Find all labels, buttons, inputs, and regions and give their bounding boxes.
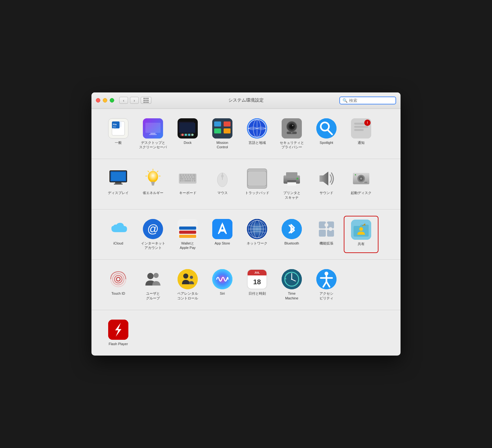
minimize-button[interactable] bbox=[103, 98, 107, 103]
item-dock[interactable]: Dock bbox=[170, 115, 205, 153]
item-flash[interactable]: Flash Player bbox=[101, 316, 136, 349]
svg-point-115 bbox=[329, 227, 332, 231]
forward-button[interactable]: › bbox=[130, 97, 139, 104]
search-input[interactable] bbox=[349, 98, 393, 103]
svg-point-125 bbox=[183, 274, 188, 279]
item-users[interactable]: ユーザとグループ bbox=[136, 266, 170, 304]
mouse-label: マウス bbox=[217, 191, 228, 195]
svg-rect-41 bbox=[354, 126, 368, 128]
parental-icon bbox=[178, 269, 198, 289]
item-startup[interactable]: 起動ディスク bbox=[344, 165, 378, 203]
svg-rect-77 bbox=[192, 178, 196, 180]
appstore-icon: A bbox=[212, 219, 232, 239]
back-button[interactable]: ‹ bbox=[119, 97, 128, 104]
svg-rect-64 bbox=[187, 174, 189, 176]
svg-rect-8 bbox=[150, 133, 155, 134]
svg-rect-66 bbox=[192, 174, 196, 176]
svg-rect-72 bbox=[193, 176, 196, 178]
item-appstore[interactable]: A App Store bbox=[205, 216, 240, 253]
extensions-label: 機能拡張 bbox=[319, 241, 333, 245]
svg-rect-65 bbox=[190, 174, 192, 176]
svg-point-121 bbox=[116, 277, 120, 281]
keyboard-label: キーボード bbox=[179, 191, 196, 195]
sound-icon bbox=[316, 168, 337, 189]
item-datetime[interactable]: JUL 18 日付と時刻 bbox=[240, 266, 274, 304]
item-display[interactable]: ディスプレイ bbox=[101, 165, 136, 203]
item-energy[interactable]: 省エネルギー bbox=[136, 165, 170, 203]
svg-line-56 bbox=[157, 171, 158, 172]
item-extensions[interactable]: 機能拡張 bbox=[309, 216, 344, 253]
section-internet: iCloud @ インターネットアカウント bbox=[91, 209, 401, 260]
item-trackpad[interactable]: トラックパッド bbox=[240, 165, 274, 203]
svg-rect-79 bbox=[182, 180, 184, 181]
svg-point-120 bbox=[114, 275, 122, 283]
svg-rect-63 bbox=[185, 174, 187, 176]
svg-rect-62 bbox=[182, 174, 184, 176]
svg-rect-7 bbox=[145, 123, 161, 133]
datetime-label: 日付と時刻 bbox=[249, 291, 266, 296]
personal-grid: File New One 一般 bbox=[101, 115, 391, 153]
timemachine-icon bbox=[282, 269, 302, 289]
item-icloud[interactable]: iCloud bbox=[101, 216, 136, 253]
content: File New One 一般 bbox=[91, 109, 401, 356]
svg-point-117 bbox=[359, 227, 363, 231]
item-timemachine[interactable]: TimeMachine bbox=[274, 266, 309, 304]
item-internet[interactable]: @ インターネットアカウント bbox=[136, 216, 170, 253]
svg-rect-53 bbox=[151, 183, 155, 184]
mouse-icon bbox=[212, 168, 232, 189]
dock-icon bbox=[178, 118, 198, 139]
svg-rect-92 bbox=[287, 182, 296, 186]
item-sound[interactable]: サウンド bbox=[309, 165, 344, 203]
item-touchid[interactable]: Touch ID bbox=[101, 266, 136, 304]
svg-rect-9 bbox=[149, 134, 157, 135]
hardware-grid: ディスプレイ bbox=[101, 165, 391, 203]
touchid-label: Touch ID bbox=[111, 291, 125, 296]
network-icon bbox=[247, 219, 267, 239]
traffic-lights bbox=[96, 98, 114, 103]
window-title: システム環境設定 bbox=[228, 97, 264, 103]
item-accessibility[interactable]: アクセシビリティ bbox=[309, 266, 344, 304]
notification-label: 通知 bbox=[358, 140, 365, 145]
search-box[interactable]: 🔍 bbox=[339, 97, 396, 104]
svg-rect-78 bbox=[180, 180, 182, 181]
svg-rect-99 bbox=[364, 182, 367, 183]
item-siri[interactable]: Siri bbox=[205, 266, 240, 304]
close-button[interactable] bbox=[96, 98, 100, 103]
item-desktop[interactable]: デスクトップとスクリーンセーバ bbox=[136, 115, 170, 153]
sound-label: サウンド bbox=[319, 191, 333, 195]
svg-point-123 bbox=[154, 273, 159, 278]
svg-rect-19 bbox=[214, 121, 221, 127]
item-notification[interactable]: ! 通知 bbox=[344, 115, 378, 153]
energy-icon bbox=[143, 168, 163, 189]
display-icon bbox=[108, 168, 128, 189]
item-spotlight[interactable]: Spotlight bbox=[309, 115, 344, 153]
mission-label: MissionControl bbox=[216, 140, 228, 150]
svg-line-57 bbox=[148, 171, 149, 172]
datetime-icon: JUL 18 bbox=[247, 269, 267, 289]
item-mouse[interactable]: マウス bbox=[205, 165, 240, 203]
item-printer[interactable]: プリンタとスキャナ bbox=[274, 165, 309, 203]
grid-view-button[interactable] bbox=[141, 97, 151, 104]
svg-rect-73 bbox=[180, 178, 184, 180]
trackpad-label: トラックパッド bbox=[245, 191, 269, 195]
security-icon bbox=[282, 118, 302, 139]
svg-rect-21 bbox=[214, 128, 221, 133]
maximize-button[interactable] bbox=[110, 98, 114, 103]
item-parental[interactable]: ペアレンタルコントロール bbox=[170, 266, 205, 304]
item-keyboard[interactable]: キーボード bbox=[170, 165, 205, 203]
item-general[interactable]: File New One 一般 bbox=[101, 115, 136, 153]
item-sharing[interactable]: 共有 bbox=[344, 216, 378, 253]
item-wallet[interactable]: WalletとApple Pay bbox=[170, 216, 205, 253]
svg-rect-42 bbox=[354, 129, 364, 131]
item-mission[interactable]: MissionControl bbox=[205, 115, 240, 153]
item-network[interactable]: ネットワーク bbox=[240, 216, 274, 253]
appstore-label: App Store bbox=[215, 241, 230, 245]
item-security[interactable]: セキュリティとプライバシー bbox=[274, 115, 309, 153]
svg-point-114 bbox=[325, 223, 328, 227]
flash-icon bbox=[108, 320, 128, 340]
item-language[interactable]: 言語と地域 bbox=[240, 115, 274, 153]
accessibility-icon bbox=[316, 269, 337, 289]
item-bluetooth[interactable]: Bluetooth bbox=[274, 216, 309, 253]
general-label: 一般 bbox=[115, 140, 122, 145]
section-other: Flash Player bbox=[91, 310, 401, 356]
